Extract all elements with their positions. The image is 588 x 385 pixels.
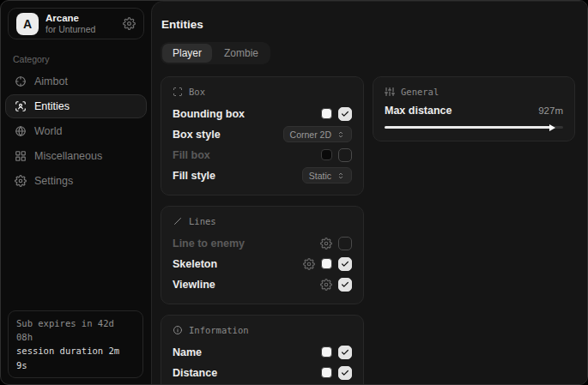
sidebar-item-entities[interactable]: Entities <box>5 94 147 118</box>
lines-card-header: Lines <box>173 216 352 226</box>
box-card-header: Box <box>173 87 352 97</box>
row-label: Fill box <box>173 149 210 161</box>
lines-card: Lines Line to enemy Skeleton <box>161 206 364 304</box>
skeleton-settings-gear-icon[interactable] <box>303 258 315 270</box>
bounding-box-color-swatch[interactable] <box>321 108 332 119</box>
app-name: Arcane <box>45 13 116 24</box>
row-label: Viewline <box>173 279 215 291</box>
line-to-enemy-row: Line to enemy <box>173 234 352 252</box>
slider-thumb-icon[interactable] <box>549 124 555 131</box>
slider-fill <box>385 126 550 129</box>
gear-icon <box>15 175 27 187</box>
viewline-row: Viewline <box>173 275 352 293</box>
box-corners-icon <box>173 87 183 97</box>
row-label: Line to enemy <box>173 238 245 250</box>
chevron-up-down-icon <box>336 171 345 180</box>
subscription-info-card: Sub expires in 42d 08h session duration … <box>8 310 143 378</box>
viewline-settings-gear-icon[interactable] <box>320 279 332 291</box>
name-color-swatch[interactable] <box>321 346 332 358</box>
app-subtitle: for Unturned <box>45 24 116 34</box>
crosshair-icon <box>15 75 27 87</box>
sidebar-item-world[interactable]: World <box>5 119 147 143</box>
sidebar-item-aimbot[interactable]: Aimbot <box>5 69 147 93</box>
sidebar-item-miscellaneous[interactable]: Miscellaneous <box>5 144 147 168</box>
row-label: Box style <box>173 129 221 141</box>
row-label: Skeleton <box>173 258 217 270</box>
check-icon <box>341 110 349 118</box>
distance-row: Distance <box>173 364 352 382</box>
dropdown-value: Static <box>309 171 331 181</box>
category-label: Category <box>13 54 151 64</box>
fill-box-row: Fill box <box>173 146 352 164</box>
line-to-enemy-settings-gear-icon[interactable] <box>320 238 332 250</box>
dropdown-value: Corner 2D <box>290 129 331 140</box>
box-card: Box Bounding box Box style Corne <box>161 76 364 196</box>
row-label: Max distance <box>385 105 452 117</box>
card-title: Lines <box>189 216 216 226</box>
brand-text: Arcane for Unturned <box>45 13 116 34</box>
diagonal-line-icon <box>173 216 183 226</box>
check-icon <box>341 280 349 289</box>
information-card: Information Name Distance <box>161 315 364 385</box>
information-card-header: Information <box>173 325 352 335</box>
sidebar-item-label: Settings <box>34 175 73 187</box>
box-style-dropdown[interactable]: Corner 2D <box>283 126 352 142</box>
entities-icon <box>15 100 27 112</box>
card-title: Information <box>189 325 249 335</box>
check-icon <box>341 369 349 377</box>
check-icon <box>341 260 349 268</box>
sidebar: A Arcane for Unturned Category Aimbot En… <box>1 1 151 384</box>
line-to-enemy-checkbox[interactable] <box>338 237 352 250</box>
row-label: Distance <box>173 367 217 379</box>
card-title: Box <box>189 87 205 97</box>
brand-card: A Arcane for Unturned <box>8 8 144 39</box>
sliders-icon <box>385 87 395 97</box>
card-title: General <box>401 87 439 97</box>
general-card: General Max distance 927m <box>373 76 575 141</box>
row-label: Name <box>173 346 202 358</box>
grid-icon <box>15 150 27 162</box>
bounding-box-row: Bounding box <box>173 105 352 123</box>
viewline-checkbox[interactable] <box>338 278 352 292</box>
name-checkbox[interactable] <box>338 346 352 359</box>
sidebar-item-label: Entities <box>34 100 70 112</box>
sidebar-item-label: Aimbot <box>34 75 68 87</box>
max-distance-value: 927m <box>538 105 563 116</box>
sidebar-item-settings[interactable]: Settings <box>5 169 147 193</box>
distance-checkbox[interactable] <box>338 366 352 380</box>
sidebar-nav: Aimbot Entities World Miscellaneous Sett… <box>1 69 151 194</box>
sidebar-item-label: World <box>34 125 62 137</box>
max-distance-row: Max distance 927m <box>385 105 563 117</box>
name-row: Name <box>173 343 352 361</box>
sub-expires-text: Sub expires in 42d 08h <box>16 316 135 345</box>
info-icon <box>173 325 183 335</box>
fill-style-row: Fill style Static <box>173 166 352 184</box>
row-label: Bounding box <box>173 108 245 120</box>
skeleton-row: Skeleton <box>173 255 352 273</box>
main-panel: Entities Player Zombie Box Bounding box <box>151 1 587 384</box>
globe-icon <box>15 125 27 137</box>
distance-color-swatch[interactable] <box>321 367 332 378</box>
sidebar-item-label: Miscellaneous <box>34 150 102 162</box>
tab-player[interactable]: Player <box>162 44 212 63</box>
app-window: A Arcane for Unturned Category Aimbot En… <box>0 0 588 385</box>
settings-gear-icon[interactable] <box>123 17 136 30</box>
max-distance-slider[interactable] <box>385 124 563 130</box>
session-duration-text: session duration 2m 9s <box>16 344 135 372</box>
app-logo: A <box>16 13 39 35</box>
box-style-row: Box style Corner 2D <box>173 125 352 143</box>
fill-box-color-swatch[interactable] <box>321 149 332 160</box>
fill-style-dropdown[interactable]: Static <box>302 167 352 183</box>
slider-track <box>385 126 563 129</box>
chevron-up-down-icon <box>336 130 345 139</box>
skeleton-checkbox[interactable] <box>338 257 352 271</box>
skeleton-color-swatch[interactable] <box>321 258 332 269</box>
entity-tabs: Player Zombie <box>161 42 270 64</box>
page-title: Entities <box>161 18 575 31</box>
tab-zombie[interactable]: Zombie <box>214 44 269 63</box>
general-card-header: General <box>385 87 563 97</box>
bounding-box-checkbox[interactable] <box>338 107 352 121</box>
check-icon <box>341 348 349 357</box>
fill-box-checkbox[interactable] <box>338 148 352 162</box>
row-label: Fill style <box>173 170 215 182</box>
